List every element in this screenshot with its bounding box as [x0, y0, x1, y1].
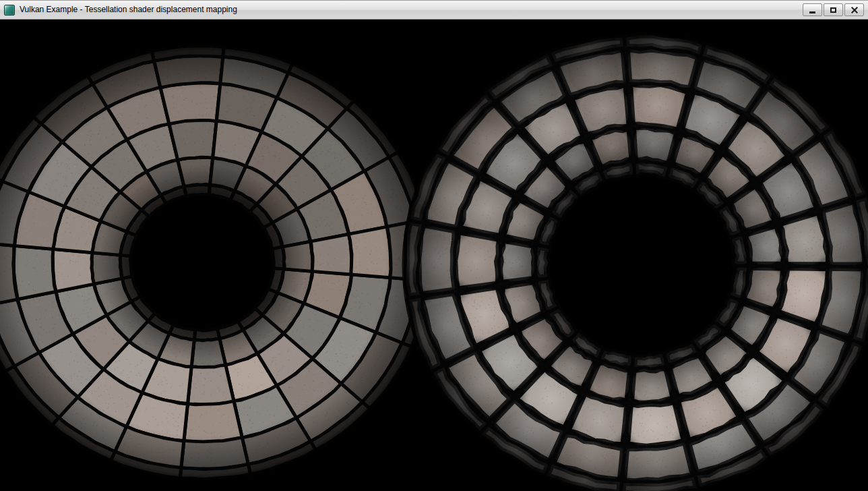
minimize-icon — [809, 11, 815, 13]
app-window: Vulkan Example - Tessellation shader dis… — [0, 0, 868, 491]
close-icon — [851, 7, 858, 13]
app-icon — [4, 5, 15, 16]
render-viewport[interactable] — [0, 20, 868, 491]
window-title: Vulkan Example - Tessellation shader dis… — [20, 1, 237, 19]
window-controls — [803, 3, 864, 16]
maximize-icon — [830, 7, 836, 13]
maximize-button[interactable] — [824, 3, 843, 16]
titlebar[interactable]: Vulkan Example - Tessellation shader dis… — [0, 1, 868, 20]
minimize-button[interactable] — [803, 3, 822, 16]
client-area — [0, 20, 868, 491]
close-button[interactable] — [844, 3, 864, 16]
